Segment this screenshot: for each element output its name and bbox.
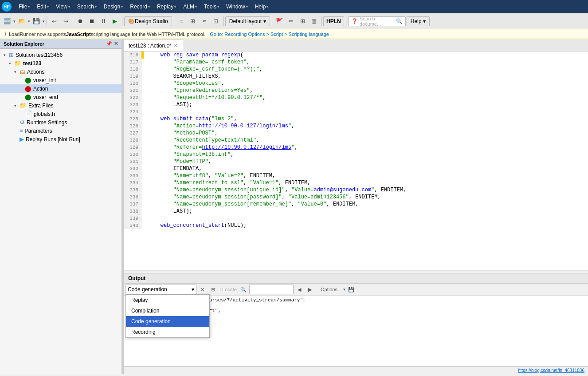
pause-btn[interactable]: ⏸ [98,16,109,27]
close-panel-icon[interactable]: ✕ [114,41,118,47]
code-line-331: 331 "Mode=HTTP", [124,158,588,165]
help-menu-arrow: ▾ [267,5,268,9]
view-menu-arrow: ▾ [68,5,70,9]
output-dropdown[interactable]: Code generation ▾ [125,285,196,294]
tree-action[interactable]: ⬤ Action [0,84,122,93]
editor-area: test123 : Action.c* ✕ 316 web_reg_save_p… [124,39,588,374]
toolbar-table-btn[interactable]: ▦ [309,16,319,27]
output-collapse-btn[interactable]: ⊟ [208,285,218,294]
toolbar-icon2[interactable]: ⊞ [188,16,198,27]
menu-replay[interactable]: Replay ▾ [153,2,180,12]
menu-alm[interactable]: ALM ▾ [180,2,200,12]
tab-close-button[interactable]: ✕ [173,43,178,48]
output-options-btn[interactable]: Options [316,285,342,294]
menu-tools[interactable]: Tools ▾ [200,2,223,12]
tree-runtime-settings[interactable]: ⚙ Runtime Settings [0,118,122,127]
code-line-333: 333 "Name=utf8", "Value=?", ENDITEM, [124,172,588,179]
actions-toggle[interactable]: ▾ [14,70,20,74]
menu-edit[interactable]: Edit ▾ [33,2,52,12]
save-dropdown-arrow[interactable]: ▾ [43,19,45,24]
design-studio-button[interactable]: 🎨 Design Studio [124,16,172,26]
toolbar-icon1[interactable]: ≡ [176,16,187,27]
menu-record[interactable]: Record ▾ [126,2,153,12]
tree-project[interactable]: ▾ 📁 test123 [0,59,122,67]
tree-globals[interactable]: 📄 globals.h [0,110,122,118]
tree-vuser-end[interactable]: ⬤ vuser_end [0,93,122,101]
menu-search[interactable]: Search ▾ [74,2,100,12]
stop-recording-btn[interactable]: ⏹ [86,16,97,27]
dropdown-item-recording[interactable]: Recording [126,327,209,337]
dropdown-item-code-generation[interactable]: Code generation [126,316,209,327]
status-link[interactable]: https://blog.csdn.net/ln_46311036 [518,368,584,373]
tree-vuser-init[interactable]: ⬤ vuser_init [0,76,122,84]
question-icon: ❓ [351,18,358,24]
toolbar-flag-btn[interactable]: 🚩 [274,16,285,27]
dropdown-item-compilation[interactable]: Compilation [126,305,209,316]
dropdown-item-replay[interactable]: Replay [126,295,209,305]
menu-file[interactable]: File ▾ [15,2,33,12]
code-line-321: 321 "IgnoreRedirections=Yes", [124,87,588,94]
menu-design[interactable]: Design ▾ [100,2,126,12]
menu-view[interactable]: View ▾ [52,2,74,12]
menu-help[interactable]: Help ▾ [251,2,272,12]
hpln-button[interactable]: HPLN [323,16,344,26]
info-icon: ℹ [4,31,6,37]
dropdown-label: Code generation [128,286,167,293]
goto-link[interactable]: Go to: Recording Options > Script > Scri… [210,32,329,37]
output-next-btn[interactable]: ▶ [305,285,315,294]
help-button[interactable]: Help ▾ [407,16,430,26]
tree-solution[interactable]: ▾ ⊞ Solution test123456 [0,51,122,59]
menu-window[interactable]: Window ▾ [223,2,251,12]
undo-button[interactable]: ↩ [49,16,59,27]
menu-bar: HP File ▾ Edit ▾ View ▾ Search ▾ Design … [0,0,588,13]
code-line-318: 318 "RegExp=_csrf_token=(.*?);", [124,66,588,73]
project-toggle[interactable]: ▾ [9,61,14,66]
output-search-btn[interactable]: 🔍 [239,285,248,294]
output-search-input[interactable] [249,285,294,294]
toolbar-icon4[interactable]: ⊡ [211,16,221,27]
tree-replay-runs[interactable]: ▶ Replay Runs [Not Run] [0,135,122,143]
tree-parameters[interactable]: ≡ Parameters [0,127,122,135]
new-dropdown-arrow[interactable]: ▾ [13,19,16,24]
code-line-316: 316 web_reg_save_param_regexp( [124,51,588,59]
sep5 [223,16,223,26]
tree-actions-folder[interactable]: ▾ 🗂 Actions [0,67,122,76]
new-button[interactable]: 🆕 [2,16,12,27]
code-line-332: 332 ITEMDATA, [124,165,588,172]
code-line-320: 320 "Scope=Cookies", [124,80,588,87]
code-line-334: 334 "Name=redirect_to_ssl", "Value=1", E… [124,179,588,186]
open-button[interactable]: 📂 [16,16,27,27]
output-save-btn[interactable]: 💾 [346,285,356,294]
toolbar-pencil-btn[interactable]: ✏ [286,16,296,27]
pin-icon[interactable]: 📌 [106,41,112,47]
info-highlight: JavaScript [66,32,91,37]
code-line-335: 335 "Name=pseudonym_session[unique_id]",… [124,186,588,194]
code-line-339: 339 [124,215,588,222]
options-dropdown-arrow[interactable]: ▾ [343,287,345,292]
tree-extra-files[interactable]: ▾ 📁 Extra Files [0,101,122,110]
toolbar-icon3[interactable]: ≈ [199,16,210,27]
dropdown-menu: Replay Compilation Code generation Recor… [125,294,210,338]
sep7 [321,16,321,26]
layout-dropdown-arrow: ▾ [263,18,266,24]
layout-dropdown[interactable]: Default layout ▾ [225,16,270,26]
search-box: ❓ Search docume... 🔍 [348,16,406,26]
code-editor[interactable]: 316 web_reg_save_param_regexp( 317 "Para… [124,51,588,270]
search-menu-arrow: ▾ [95,5,97,9]
output-prev-btn[interactable]: ◀ [294,285,304,294]
save-button[interactable]: 💾 [31,16,42,27]
extra-files-icon: 📁 [20,102,27,109]
code-line-338: 338 LAST); [124,208,588,215]
code-line-336: 336 "Name=pseudonym_session[password]", … [124,194,588,201]
output-close-btn[interactable]: ✕ [197,285,207,294]
solution-icon: ⊞ [9,51,14,58]
redo-button[interactable]: ↪ [60,16,71,27]
start-recording-btn[interactable]: ⏺ [75,16,86,27]
toolbar-grid-btn[interactable]: ⊞ [297,16,308,27]
extra-files-toggle[interactable]: ▾ [14,103,20,108]
solution-toggle[interactable]: ▾ [4,53,9,57]
editor-tab[interactable]: test123 : Action.c* ✕ [124,40,183,51]
run-btn[interactable]: ▶ [110,16,120,27]
open-dropdown-arrow[interactable]: ▾ [28,19,30,24]
solution-explorer: Solution Explorer 📌 ✕ ▾ ⊞ Solution test1… [0,39,122,374]
